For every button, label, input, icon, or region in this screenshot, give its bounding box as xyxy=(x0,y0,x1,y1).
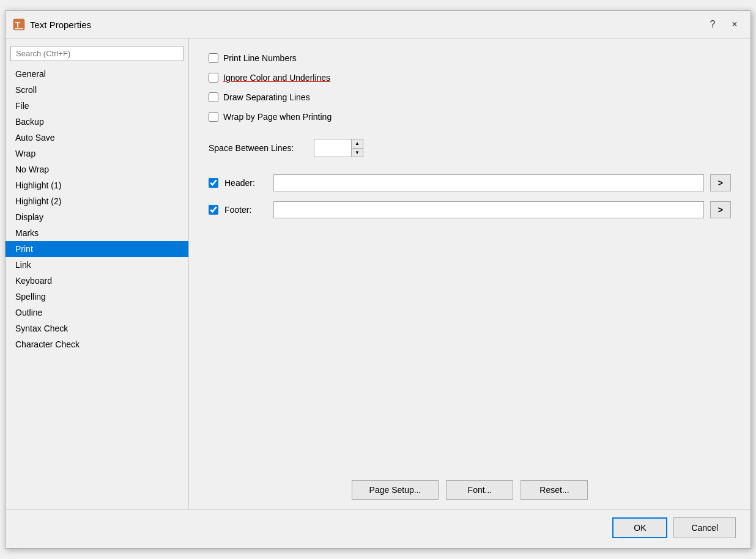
sidebar-item-general[interactable]: General xyxy=(6,66,188,82)
sidebar-item-display[interactable]: Display xyxy=(6,209,188,225)
title-bar-left: T Text Properties xyxy=(13,18,91,31)
sidebar-item-print[interactable]: Print xyxy=(6,241,188,257)
sidebar-item-wrap[interactable]: Wrap xyxy=(6,146,188,161)
sidebar-item-syntax-check[interactable]: Syntax Check xyxy=(6,320,188,336)
ok-button[interactable]: OK xyxy=(612,517,667,538)
print-line-numbers-row: Print Line Numbers xyxy=(209,53,731,63)
title-bar: T Text Properties ? × xyxy=(6,11,750,39)
dialog-icon: T xyxy=(13,18,25,31)
cancel-button[interactable]: Cancel xyxy=(673,517,736,538)
sidebar-item-auto-save[interactable]: Auto Save xyxy=(6,130,188,146)
wrap-page-row: Wrap by Page when Printing xyxy=(209,112,731,122)
font-button[interactable]: Font... xyxy=(446,480,513,500)
bottom-buttons-row: Page Setup... Font... Reset... xyxy=(189,470,750,509)
title-bar-right: ? × xyxy=(704,16,743,33)
sidebar-item-link[interactable]: Link xyxy=(6,257,188,273)
wrap-page-checkbox[interactable] xyxy=(209,112,218,122)
sidebar-item-highlight-1[interactable]: Highlight (1) xyxy=(6,177,188,193)
sidebar: General Scroll File Backup Auto Save Wra… xyxy=(6,39,189,509)
footer-label: Footer: xyxy=(224,205,267,215)
footer-row: Footer: Page &p/&a > xyxy=(209,201,731,218)
ignore-color-row: Ignore Color and Underlines xyxy=(209,73,731,83)
space-between-lines-label: Space Between Lines: xyxy=(209,143,306,153)
print-line-numbers-label: Print Line Numbers xyxy=(223,53,297,63)
header-row: Header: &f > xyxy=(209,174,731,191)
reset-button[interactable]: Reset... xyxy=(521,480,588,500)
sidebar-item-scroll[interactable]: Scroll xyxy=(6,82,188,98)
space-between-lines-row: Space Between Lines: 2 ▲ ▼ xyxy=(209,139,731,157)
draw-separating-label: Draw Separating Lines xyxy=(223,92,310,102)
header-label: Header: xyxy=(224,178,267,188)
sidebar-item-outline[interactable]: Outline xyxy=(6,305,188,320)
help-button[interactable]: ? xyxy=(704,16,721,33)
page-setup-button[interactable]: Page Setup... xyxy=(352,480,439,500)
space-between-lines-spinner: 2 ▲ ▼ xyxy=(314,139,363,157)
sidebar-item-no-wrap[interactable]: No Wrap xyxy=(6,161,188,177)
dialog-title: Text Properties xyxy=(30,20,91,30)
space-between-lines-input[interactable]: 2 xyxy=(314,139,351,157)
footer-arrow-button[interactable]: > xyxy=(710,201,731,218)
svg-text:T: T xyxy=(15,20,20,29)
spin-down-button[interactable]: ▼ xyxy=(352,148,363,157)
ignore-color-checkbox[interactable] xyxy=(209,73,218,83)
sidebar-item-backup[interactable]: Backup xyxy=(6,114,188,130)
header-checkbox[interactable] xyxy=(209,178,218,188)
sidebar-item-marks[interactable]: Marks xyxy=(6,225,188,241)
dialog-footer: OK Cancel xyxy=(6,509,750,548)
sidebar-item-file[interactable]: File xyxy=(6,98,188,114)
sidebar-item-character-check[interactable]: Character Check xyxy=(6,336,188,352)
search-input[interactable] xyxy=(10,46,183,61)
spin-up-button[interactable]: ▲ xyxy=(352,139,363,148)
draw-separating-row: Draw Separating Lines xyxy=(209,92,731,102)
sidebar-item-highlight-2[interactable]: Highlight (2) xyxy=(6,193,188,209)
spin-buttons: ▲ ▼ xyxy=(351,139,363,157)
footer-checkbox[interactable] xyxy=(209,205,218,215)
header-arrow-button[interactable]: > xyxy=(710,174,731,191)
sidebar-item-keyboard[interactable]: Keyboard xyxy=(6,273,188,289)
ignore-color-label: Ignore Color and Underlines xyxy=(223,73,330,83)
close-button[interactable]: × xyxy=(726,16,743,33)
wrap-page-label: Wrap by Page when Printing xyxy=(223,112,332,122)
content-panel: Print Line Numbers Ignore Color and Unde… xyxy=(189,39,750,509)
sidebar-item-spelling[interactable]: Spelling xyxy=(6,289,188,305)
footer-input[interactable]: Page &p/&a xyxy=(273,201,704,218)
print-line-numbers-checkbox[interactable] xyxy=(209,53,218,63)
dialog-body: General Scroll File Backup Auto Save Wra… xyxy=(6,39,750,509)
header-input[interactable]: &f xyxy=(273,174,704,191)
draw-separating-checkbox[interactable] xyxy=(209,92,218,102)
text-properties-dialog: T Text Properties ? × General Scroll Fil… xyxy=(5,10,751,549)
content-area: Print Line Numbers Ignore Color and Unde… xyxy=(189,39,750,470)
